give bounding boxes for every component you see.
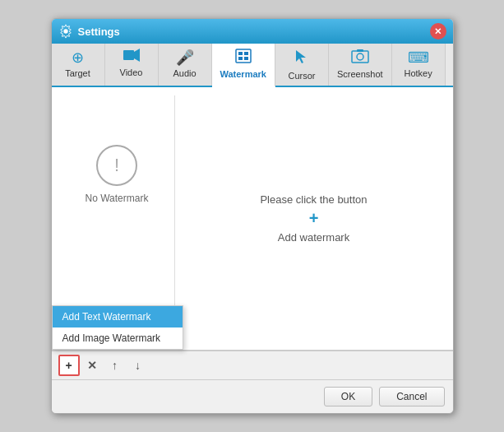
svg-marker-8: [296, 50, 306, 63]
tab-audio[interactable]: 🎤 Audio: [159, 44, 212, 86]
svg-rect-6: [238, 57, 243, 60]
right-panel: Please click the button + Add watermark: [183, 95, 445, 341]
title-bar: Settings ✕: [52, 19, 453, 44]
add-watermark-label: Add watermark: [278, 231, 349, 244]
tab-hotkey-label: Hotkey: [404, 68, 432, 78]
title-bar-left: Settings: [58, 24, 120, 39]
watermark-toolbar: + ✕ ↑ ↓ Add Text Watermark Add Image Wat…: [52, 351, 453, 379]
no-watermark-icon: !: [96, 145, 137, 186]
settings-icon: [58, 24, 73, 39]
svg-point-0: [63, 29, 67, 33]
svg-rect-3: [236, 49, 251, 63]
tab-target-label: Target: [65, 68, 90, 78]
tab-watermark[interactable]: Watermark: [212, 44, 275, 87]
video-icon: [123, 49, 140, 66]
hotkey-icon: ⌨: [408, 49, 429, 67]
tab-video[interactable]: Video: [105, 44, 159, 86]
screenshot-icon: [351, 49, 369, 67]
tab-watermark-label: Watermark: [220, 69, 266, 79]
svg-rect-11: [357, 49, 363, 52]
add-image-watermark-item[interactable]: Add Image Watermark: [53, 327, 183, 349]
move-down-button[interactable]: ↓: [127, 355, 149, 376]
tab-cursor[interactable]: Cursor: [275, 44, 329, 86]
svg-rect-1: [123, 50, 134, 60]
warning-symbol: !: [114, 155, 119, 176]
add-text-watermark-item[interactable]: Add Text Watermark: [53, 306, 183, 327]
tab-screenshot-label: Screenshot: [337, 69, 383, 79]
move-up-button[interactable]: ↑: [104, 355, 126, 376]
add-watermark-dropdown: Add Text Watermark Add Image Watermark: [52, 305, 183, 350]
svg-rect-4: [238, 52, 243, 55]
instruction-text: Please click the button: [260, 193, 367, 206]
svg-marker-2: [134, 49, 140, 62]
no-watermark-label: No Watermark: [86, 193, 149, 204]
settings-window: Settings ✕ ⊕ Target Video 🎤 Audio: [51, 18, 454, 414]
tab-screenshot[interactable]: Screenshot: [329, 44, 392, 86]
ok-button[interactable]: OK: [324, 387, 372, 406]
tab-audio-label: Audio: [173, 68, 196, 78]
cursor-icon: [294, 49, 309, 69]
svg-rect-9: [352, 51, 368, 63]
audio-icon: 🎤: [176, 49, 194, 67]
tab-hotkey[interactable]: ⌨ Hotkey: [392, 44, 446, 86]
svg-point-10: [357, 53, 363, 60]
window-title: Settings: [78, 26, 120, 38]
tab-cursor-label: Cursor: [288, 71, 315, 81]
delete-watermark-button[interactable]: ✕: [81, 355, 103, 376]
close-button[interactable]: ✕: [430, 23, 446, 39]
cancel-button[interactable]: Cancel: [379, 387, 444, 406]
footer: OK Cancel: [52, 379, 453, 413]
tab-target[interactable]: ⊕ Target: [52, 44, 105, 86]
svg-rect-7: [244, 57, 248, 60]
tab-video-label: Video: [120, 67, 143, 77]
add-plus-icon: +: [309, 209, 319, 228]
watermark-icon: [235, 49, 252, 67]
tabs-bar: ⊕ Target Video 🎤 Audio: [52, 44, 453, 87]
svg-rect-5: [244, 52, 248, 55]
add-watermark-button[interactable]: +: [58, 355, 80, 376]
target-icon: ⊕: [72, 49, 84, 67]
